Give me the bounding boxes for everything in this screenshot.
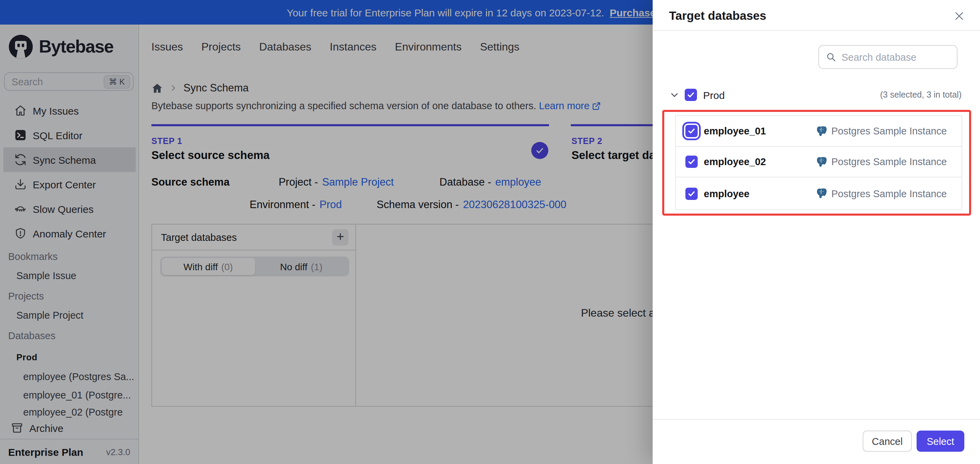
- drawer-search-input[interactable]: Search database: [818, 45, 958, 69]
- group-name: Prod: [703, 89, 725, 100]
- database-list: employee_01 Postgres Sample Instance emp…: [675, 115, 962, 210]
- drawer-header-divider: [653, 30, 980, 31]
- drawer-title: Target databases: [669, 9, 766, 23]
- search-icon: [826, 52, 836, 62]
- database-row-employee[interactable]: employee Postgres Sample Instance: [676, 177, 962, 209]
- employee-01-checkbox[interactable]: [686, 125, 698, 137]
- close-icon[interactable]: [951, 8, 966, 23]
- instance-name: Postgres Sample Instance: [831, 156, 947, 167]
- database-instance: Postgres Sample Instance: [816, 156, 947, 167]
- database-instance: Postgres Sample Instance: [816, 125, 947, 137]
- database-name: employee: [704, 188, 749, 199]
- database-row-employee-01[interactable]: employee_01 Postgres Sample Instance: [676, 116, 962, 147]
- target-databases-drawer: Target databases Search database Prod (3…: [653, 0, 980, 464]
- postgres-icon: [816, 156, 827, 167]
- postgres-icon: [816, 188, 827, 199]
- drawer-search-placeholder: Search database: [842, 51, 916, 62]
- database-name: employee_01: [704, 126, 766, 137]
- select-button[interactable]: Select: [916, 431, 964, 452]
- instance-name: Postgres Sample Instance: [831, 188, 947, 199]
- employee-checkbox[interactable]: [686, 187, 698, 199]
- instance-name: Postgres Sample Instance: [831, 126, 947, 137]
- cancel-button[interactable]: Cancel: [863, 431, 912, 452]
- drawer-footer-divider: [653, 419, 980, 419]
- group-selection-summary: (3 selected, 3 in total): [880, 90, 962, 100]
- app-root: Your free trial for Enterprise Plan will…: [0, 0, 980, 464]
- prod-group-checkbox[interactable]: [685, 89, 697, 101]
- chevron-down-icon[interactable]: [670, 90, 679, 100]
- database-row-employee-02[interactable]: employee_02 Postgres Sample Instance: [676, 147, 962, 177]
- environment-group-row: Prod (3 selected, 3 in total): [653, 87, 980, 103]
- employee-02-checkbox[interactable]: [686, 156, 698, 168]
- postgres-icon: [816, 125, 827, 137]
- database-name: employee_02: [704, 156, 766, 167]
- database-instance: Postgres Sample Instance: [816, 188, 947, 199]
